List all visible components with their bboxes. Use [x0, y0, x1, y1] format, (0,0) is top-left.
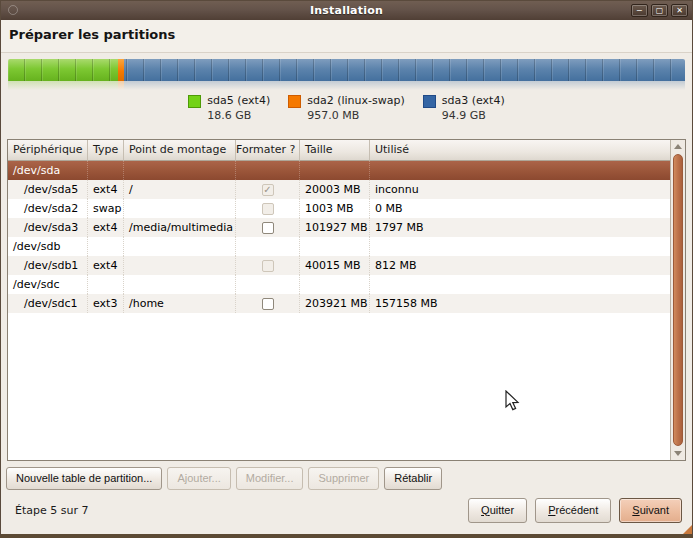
column-header-format[interactable]: Formater ? — [236, 140, 300, 161]
table-row-sdb1[interactable]: /dev/sdb1 ext4 40015 MB 812 MB — [8, 256, 670, 275]
table-row-sda2[interactable]: /dev/sda2 swap 1003 MB 0 MB — [8, 199, 670, 218]
partition-table: Périphérique Type Point de montage Forma… — [7, 139, 686, 461]
installer-window: Installation ─ ▢ ✕ Préparer les partitio… — [0, 0, 693, 538]
partition-segment-sda3 — [124, 59, 685, 81]
legend-size: 18.6 GB — [207, 109, 270, 122]
quit-button[interactable]: Quitter — [468, 498, 527, 523]
cell-used: 157158 MB — [370, 294, 670, 313]
table-row-sdb[interactable]: /dev/sdb — [8, 237, 670, 256]
cell-device: /dev/sdb — [8, 237, 88, 256]
cell-device: /dev/sdc — [8, 275, 88, 294]
edit-button: Modifier... — [236, 467, 304, 490]
format-checkbox: ✓ — [262, 184, 274, 196]
partition-bar — [8, 59, 685, 81]
legend-size: 957.0 MB — [307, 109, 405, 122]
cell-used: 1797 MB — [370, 218, 670, 237]
minimize-icon[interactable]: ─ — [631, 4, 648, 17]
cell-size: 20003 MB — [300, 180, 370, 199]
scroll-down-icon[interactable] — [671, 447, 685, 460]
partition-segment-sda5 — [8, 59, 118, 81]
column-header-device[interactable]: Périphérique — [8, 140, 88, 161]
partition-segment-sda2 — [118, 59, 125, 81]
legend-item: sda3 (ext4) 94.9 GB — [423, 94, 505, 122]
cell-mountpoint: /home — [124, 294, 236, 313]
cell-size: 101927 MB — [300, 218, 370, 237]
legend-size: 94.9 GB — [442, 109, 505, 122]
column-header-used[interactable]: Utilisé — [370, 140, 670, 161]
step-indicator: Étape 5 sur 7 — [15, 504, 88, 517]
new-partition-table-button[interactable]: Nouvelle table de partition... — [6, 467, 162, 490]
cell-device: /dev/sda — [8, 161, 88, 180]
mouse-cursor — [505, 390, 522, 412]
page-title: Préparer les partitions — [9, 27, 692, 42]
cell-used: inconnu — [370, 180, 670, 199]
cell-device: /dev/sda5 — [8, 180, 88, 199]
format-checkbox[interactable] — [262, 298, 274, 310]
cell-device: /dev/sda3 — [8, 218, 88, 237]
partition-legend: sda5 (ext4) 18.6 GB sda2 (linux-swap) 95… — [1, 94, 692, 122]
window-title: Installation — [1, 4, 692, 17]
delete-button: Supprimer — [308, 467, 379, 490]
window-icon — [8, 5, 18, 15]
revert-button[interactable]: Rétablir — [384, 467, 442, 490]
cell-size: 203921 MB — [300, 294, 370, 313]
legend-swatch-blue-icon — [423, 95, 436, 108]
cell-used: 0 MB — [370, 199, 670, 218]
table-row-sda[interactable]: /dev/sda — [8, 161, 670, 180]
check-icon: ✓ — [263, 185, 271, 195]
legend-swatch-orange-icon — [288, 95, 301, 108]
legend-item: sda5 (ext4) 18.6 GB — [188, 94, 270, 122]
cell-mountpoint: / — [124, 180, 236, 199]
cell-type: ext4 — [88, 256, 124, 275]
page-header: Préparer les partitions — [1, 20, 692, 53]
table-row-sda5[interactable]: /dev/sda5 ext4 / ✓ 20003 MB inconnu — [8, 180, 670, 199]
vertical-scrollbar[interactable] — [670, 140, 685, 460]
scroll-up-icon[interactable] — [671, 140, 685, 153]
legend-swatch-green-icon — [188, 95, 201, 108]
legend-label: sda5 (ext4) — [207, 94, 270, 108]
cell-size: 1003 MB — [300, 199, 370, 218]
cell-device: /dev/sdc1 — [8, 294, 88, 313]
cell-type: swap — [88, 199, 124, 218]
legend-label: sda3 (ext4) — [442, 94, 505, 108]
close-icon[interactable]: ✕ — [671, 4, 688, 17]
column-header-type[interactable]: Type — [88, 140, 124, 161]
back-button[interactable]: Précédent — [535, 498, 611, 523]
forward-button[interactable]: Suivant — [619, 498, 682, 523]
format-checkbox[interactable] — [262, 222, 274, 234]
column-header-mountpoint[interactable]: Point de montage — [124, 140, 236, 161]
partition-actions: Nouvelle table de partition... Ajouter..… — [6, 467, 687, 490]
table-row-sda3[interactable]: /dev/sda3 ext4 /media/multimedia 101927 … — [8, 218, 670, 237]
resize-grip[interactable] — [683, 525, 692, 534]
cell-used: 812 MB — [370, 256, 670, 275]
add-button: Ajouter... — [167, 467, 230, 490]
cell-type: ext3 — [88, 294, 124, 313]
cell-device: /dev/sdb1 — [8, 256, 88, 275]
table-row-sdc1[interactable]: /dev/sdc1 ext3 /home 203921 MB 157158 MB — [8, 294, 670, 313]
cell-size: 40015 MB — [300, 256, 370, 275]
cell-mountpoint: /media/multimedia — [124, 218, 236, 237]
partition-bar-reflection — [8, 81, 685, 91]
cell-type: ext4 — [88, 180, 124, 199]
legend-item: sda2 (linux-swap) 957.0 MB — [288, 94, 405, 122]
partition-overview: sda5 (ext4) 18.6 GB sda2 (linux-swap) 95… — [1, 53, 692, 131]
window-controls: ─ ▢ ✕ — [631, 4, 688, 17]
titlebar[interactable]: Installation ─ ▢ ✕ — [1, 1, 692, 20]
scrollbar-thumb[interactable] — [673, 154, 683, 446]
format-checkbox — [262, 260, 274, 272]
legend-label: sda2 (linux-swap) — [307, 94, 405, 108]
maximize-icon[interactable]: ▢ — [651, 4, 668, 17]
column-header-size[interactable]: Taille — [300, 140, 370, 161]
format-checkbox — [262, 203, 274, 215]
cell-type: ext4 — [88, 218, 124, 237]
footer: Étape 5 sur 7 Quitter Précédent Suivant — [1, 494, 692, 534]
table-row-sdc[interactable]: /dev/sdc — [8, 275, 670, 294]
navigation-buttons: Quitter Précédent Suivant — [468, 498, 682, 523]
table-header: Périphérique Type Point de montage Forma… — [8, 140, 670, 161]
cell-device: /dev/sda2 — [8, 199, 88, 218]
